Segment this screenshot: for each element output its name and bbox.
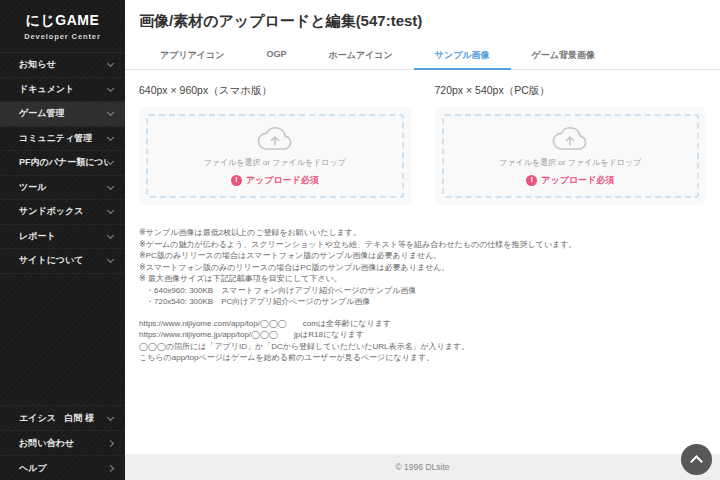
exclamation-circle-icon: ! — [526, 175, 537, 186]
tab-sample-images[interactable]: サンプル画像 — [414, 43, 511, 70]
logo[interactable]: にじGAME Developer Center — [0, 0, 125, 53]
tab-home-icon[interactable]: ホームアイコン — [308, 43, 414, 70]
url-note-line: https://www.nijiyome.jp/app/top/◯◯◯ jpはR… — [139, 329, 706, 341]
sidebar-bottom: エイシス 白間 様 お問い合わせ ヘルプ — [0, 405, 125, 480]
dropzone-frame: ファイルを選択 or ファイルをドロップ ! アップロード必須 — [139, 107, 411, 205]
url-notes: https://www.nijiyome.com/app/top/◯◯◯ com… — [125, 318, 720, 364]
upload-notes: ※サンプル画像は最低2枚以上のご登録をお願いいたします。 ※ゲームの魅力が伝わる… — [125, 227, 720, 308]
sidebar-item-news[interactable]: お知らせ — [0, 53, 125, 78]
chevron-down-icon — [107, 134, 114, 141]
note-line: ※スマートフォン版のみのリリースの場合はPC版のサンプル画像は必要ありません。 — [139, 262, 706, 274]
file-dropzone-pc[interactable]: ファイルを選択 or ファイルをドロップ ! アップロード必須 — [442, 114, 700, 198]
tab-ogp[interactable]: OGP — [245, 43, 307, 70]
chevron-down-icon — [107, 60, 114, 67]
chevron-down-icon — [107, 183, 114, 190]
upload-section-smartphone: 640px × 960px（スマホ版） ファイルを選択 or ファイルをドロップ… — [139, 80, 411, 205]
exclamation-circle-icon: ! — [231, 175, 242, 186]
sidebar-item-label: ドキュメント — [19, 83, 108, 96]
upload-size-heading: 640px × 960px（スマホ版） — [139, 84, 411, 98]
chevron-right-icon — [107, 439, 114, 446]
logo-subtitle: Developer Center — [24, 32, 101, 41]
upload-columns: 640px × 960px（スマホ版） ファイルを選択 or ファイルをドロップ… — [125, 80, 720, 205]
note-line: ・720x540: 300KB PC向けアプリ紹介ページのサンプル画像 — [139, 296, 706, 308]
sidebar-item-label: レポート — [19, 230, 108, 243]
sidebar-item-documents[interactable]: ドキュメント — [0, 78, 125, 103]
sidebar-item-label: コミュニティ管理 — [19, 132, 108, 145]
upload-section-pc: 720px × 540px（PC版） ファイルを選択 or ファイルをドロップ … — [435, 80, 707, 205]
note-line: ・640x960: 300KB スマートフォン向けアプリ紹介ページのサンプル画像 — [139, 285, 706, 297]
note-line: ※ 最大画像サイズは下記記載事項を目安にして下さい。 — [139, 273, 706, 285]
back-to-top-button[interactable] — [681, 444, 712, 475]
sidebar-item-label: お問い合わせ — [19, 437, 108, 450]
sidebar-item-tools[interactable]: ツール — [0, 176, 125, 201]
upload-cloud-icon — [550, 126, 590, 154]
sidebar-account[interactable]: エイシス 白間 様 — [0, 405, 125, 430]
sidebar-item-label: お知らせ — [19, 58, 108, 71]
tab-app-icon[interactable]: アプリアイコン — [139, 43, 245, 70]
sidebar-item-label: PF内のバナー類について — [19, 156, 108, 169]
sidebar-item-contact[interactable]: お問い合わせ — [0, 430, 125, 455]
account-name: エイシス 白間 様 — [19, 412, 108, 425]
upload-required-label: アップロード必須 — [246, 174, 319, 187]
upload-required-badge: ! アップロード必須 — [526, 174, 614, 187]
chevron-down-icon — [107, 232, 114, 239]
sidebar-item-label: サイトについて — [19, 254, 108, 267]
chevron-down-icon — [107, 85, 114, 92]
url-note-line: ◯◯◯の箇所には「アプリID」か「DCから登録していただいたURL表示名」が入り… — [139, 341, 706, 353]
note-line: ※ゲームの魅力が伝わるよう、スクリーンショットや立ち絵、テキスト等を組み合わせた… — [139, 239, 706, 251]
file-dropzone-smartphone[interactable]: ファイルを選択 or ファイルをドロップ ! アップロード必須 — [146, 114, 404, 198]
sidebar-item-about-site[interactable]: サイトについて — [0, 249, 125, 274]
chevron-down-icon — [107, 207, 114, 214]
sidebar-nav: お知らせ ドキュメント ゲーム管理 コミュニティ管理 PF内のバナー類について … — [0, 53, 125, 274]
url-note-line: https://www.nijiyome.com/app/top/◯◯◯ com… — [139, 318, 706, 330]
upload-size-heading: 720px × 540px（PC版） — [435, 84, 707, 98]
sidebar-item-label: ツール — [19, 181, 108, 194]
chevron-right-icon — [107, 464, 114, 471]
tab-bar: アプリアイコン OGP ホームアイコン サンプル画像 ゲーム背景画像 — [125, 43, 720, 70]
chevron-down-icon — [107, 413, 114, 420]
sidebar: にじGAME Developer Center お知らせ ドキュメント ゲーム管… — [0, 0, 125, 480]
chevron-down-icon — [107, 109, 114, 116]
footer: © 1996 DLsite — [125, 454, 720, 480]
upload-required-label: アップロード必須 — [541, 174, 614, 187]
url-note-line: こちらのapp/topページはゲームを始める前のユーザーが見るページになります。 — [139, 352, 706, 364]
sidebar-item-sandbox[interactable]: サンドボックス — [0, 200, 125, 225]
note-line: ※サンプル画像は最低2枚以上のご登録をお願いいたします。 — [139, 227, 706, 239]
sidebar-item-help[interactable]: ヘルプ — [0, 455, 125, 480]
note-line: ※PC版のみリリースの場合はスマートフォン版のサンプル画像は必要ありません。 — [139, 250, 706, 262]
sidebar-item-label: ヘルプ — [19, 462, 108, 475]
sidebar-item-pf-banners[interactable]: PF内のバナー類について — [0, 151, 125, 176]
sidebar-item-reports[interactable]: レポート — [0, 225, 125, 250]
page-title: 画像/素材のアップロードと編集(547:test) — [139, 12, 720, 31]
dropzone-frame: ファイルを選択 or ファイルをドロップ ! アップロード必須 — [435, 107, 707, 205]
main-content: 画像/素材のアップロードと編集(547:test) アプリアイコン OGP ホー… — [125, 0, 720, 480]
dropzone-label: ファイルを選択 or ファイルをドロップ — [204, 157, 346, 168]
chevron-down-icon — [107, 256, 114, 263]
dropzone-label: ファイルを選択 or ファイルをドロップ — [499, 157, 641, 168]
chevron-up-icon — [690, 455, 703, 468]
sidebar-item-label: サンドボックス — [19, 205, 108, 218]
sidebar-item-community-management[interactable]: コミュニティ管理 — [0, 127, 125, 152]
tab-game-background[interactable]: ゲーム背景画像 — [511, 43, 616, 70]
copyright-text: © 1996 DLsite — [396, 462, 450, 472]
upload-cloud-icon — [255, 126, 295, 154]
app-window: にじGAME Developer Center お知らせ ドキュメント ゲーム管… — [0, 0, 720, 480]
sidebar-item-label: ゲーム管理 — [19, 107, 108, 120]
sidebar-item-game-management[interactable]: ゲーム管理 — [0, 102, 125, 127]
logo-title: にじGAME — [26, 12, 100, 30]
chevron-down-icon — [107, 158, 114, 165]
upload-required-badge: ! アップロード必須 — [231, 174, 319, 187]
